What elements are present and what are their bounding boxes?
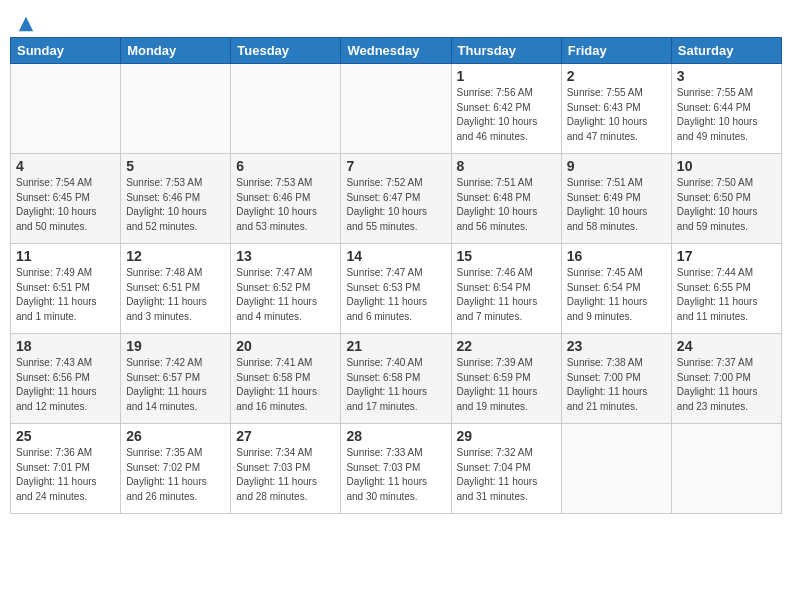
calendar-cell: 29Sunrise: 7:32 AM Sunset: 7:04 PM Dayli… <box>451 424 561 514</box>
calendar-cell: 11Sunrise: 7:49 AM Sunset: 6:51 PM Dayli… <box>11 244 121 334</box>
calendar-cell: 19Sunrise: 7:42 AM Sunset: 6:57 PM Dayli… <box>121 334 231 424</box>
calendar-cell: 6Sunrise: 7:53 AM Sunset: 6:46 PM Daylig… <box>231 154 341 244</box>
day-info: Sunrise: 7:35 AM Sunset: 7:02 PM Dayligh… <box>126 446 225 504</box>
day-number: 17 <box>677 248 776 264</box>
logo <box>15 15 35 27</box>
day-info: Sunrise: 7:55 AM Sunset: 6:44 PM Dayligh… <box>677 86 776 144</box>
calendar-cell: 14Sunrise: 7:47 AM Sunset: 6:53 PM Dayli… <box>341 244 451 334</box>
day-info: Sunrise: 7:50 AM Sunset: 6:50 PM Dayligh… <box>677 176 776 234</box>
logo-icon <box>17 15 35 33</box>
calendar-cell: 1Sunrise: 7:56 AM Sunset: 6:42 PM Daylig… <box>451 64 561 154</box>
day-info: Sunrise: 7:32 AM Sunset: 7:04 PM Dayligh… <box>457 446 556 504</box>
day-info: Sunrise: 7:37 AM Sunset: 7:00 PM Dayligh… <box>677 356 776 414</box>
day-number: 24 <box>677 338 776 354</box>
day-info: Sunrise: 7:47 AM Sunset: 6:52 PM Dayligh… <box>236 266 335 324</box>
day-number: 29 <box>457 428 556 444</box>
day-number: 5 <box>126 158 225 174</box>
day-number: 19 <box>126 338 225 354</box>
calendar-cell: 28Sunrise: 7:33 AM Sunset: 7:03 PM Dayli… <box>341 424 451 514</box>
calendar-cell: 3Sunrise: 7:55 AM Sunset: 6:44 PM Daylig… <box>671 64 781 154</box>
weekday-header-saturday: Saturday <box>671 38 781 64</box>
calendar-cell: 13Sunrise: 7:47 AM Sunset: 6:52 PM Dayli… <box>231 244 341 334</box>
day-info: Sunrise: 7:44 AM Sunset: 6:55 PM Dayligh… <box>677 266 776 324</box>
day-number: 6 <box>236 158 335 174</box>
calendar-cell: 26Sunrise: 7:35 AM Sunset: 7:02 PM Dayli… <box>121 424 231 514</box>
calendar-cell: 22Sunrise: 7:39 AM Sunset: 6:59 PM Dayli… <box>451 334 561 424</box>
calendar-cell: 17Sunrise: 7:44 AM Sunset: 6:55 PM Dayli… <box>671 244 781 334</box>
calendar-cell: 12Sunrise: 7:48 AM Sunset: 6:51 PM Dayli… <box>121 244 231 334</box>
day-number: 16 <box>567 248 666 264</box>
day-number: 15 <box>457 248 556 264</box>
calendar-cell: 2Sunrise: 7:55 AM Sunset: 6:43 PM Daylig… <box>561 64 671 154</box>
day-info: Sunrise: 7:39 AM Sunset: 6:59 PM Dayligh… <box>457 356 556 414</box>
weekday-header-wednesday: Wednesday <box>341 38 451 64</box>
calendar-cell: 9Sunrise: 7:51 AM Sunset: 6:49 PM Daylig… <box>561 154 671 244</box>
day-number: 9 <box>567 158 666 174</box>
weekday-header-sunday: Sunday <box>11 38 121 64</box>
calendar-header-row: SundayMondayTuesdayWednesdayThursdayFrid… <box>11 38 782 64</box>
day-info: Sunrise: 7:43 AM Sunset: 6:56 PM Dayligh… <box>16 356 115 414</box>
day-info: Sunrise: 7:38 AM Sunset: 7:00 PM Dayligh… <box>567 356 666 414</box>
calendar-cell <box>121 64 231 154</box>
day-number: 22 <box>457 338 556 354</box>
day-number: 28 <box>346 428 445 444</box>
day-info: Sunrise: 7:55 AM Sunset: 6:43 PM Dayligh… <box>567 86 666 144</box>
calendar-cell: 10Sunrise: 7:50 AM Sunset: 6:50 PM Dayli… <box>671 154 781 244</box>
calendar-week-row: 1Sunrise: 7:56 AM Sunset: 6:42 PM Daylig… <box>11 64 782 154</box>
calendar-cell: 20Sunrise: 7:41 AM Sunset: 6:58 PM Dayli… <box>231 334 341 424</box>
day-info: Sunrise: 7:47 AM Sunset: 6:53 PM Dayligh… <box>346 266 445 324</box>
day-number: 26 <box>126 428 225 444</box>
day-info: Sunrise: 7:51 AM Sunset: 6:48 PM Dayligh… <box>457 176 556 234</box>
calendar-body: 1Sunrise: 7:56 AM Sunset: 6:42 PM Daylig… <box>11 64 782 514</box>
day-number: 12 <box>126 248 225 264</box>
day-info: Sunrise: 7:40 AM Sunset: 6:58 PM Dayligh… <box>346 356 445 414</box>
day-info: Sunrise: 7:45 AM Sunset: 6:54 PM Dayligh… <box>567 266 666 324</box>
calendar-cell: 7Sunrise: 7:52 AM Sunset: 6:47 PM Daylig… <box>341 154 451 244</box>
weekday-header-thursday: Thursday <box>451 38 561 64</box>
day-info: Sunrise: 7:51 AM Sunset: 6:49 PM Dayligh… <box>567 176 666 234</box>
day-number: 27 <box>236 428 335 444</box>
calendar-cell: 4Sunrise: 7:54 AM Sunset: 6:45 PM Daylig… <box>11 154 121 244</box>
calendar-cell: 15Sunrise: 7:46 AM Sunset: 6:54 PM Dayli… <box>451 244 561 334</box>
calendar-cell: 18Sunrise: 7:43 AM Sunset: 6:56 PM Dayli… <box>11 334 121 424</box>
calendar-cell: 23Sunrise: 7:38 AM Sunset: 7:00 PM Dayli… <box>561 334 671 424</box>
day-number: 7 <box>346 158 445 174</box>
day-info: Sunrise: 7:56 AM Sunset: 6:42 PM Dayligh… <box>457 86 556 144</box>
day-info: Sunrise: 7:54 AM Sunset: 6:45 PM Dayligh… <box>16 176 115 234</box>
calendar-week-row: 25Sunrise: 7:36 AM Sunset: 7:01 PM Dayli… <box>11 424 782 514</box>
calendar-cell: 24Sunrise: 7:37 AM Sunset: 7:00 PM Dayli… <box>671 334 781 424</box>
calendar-cell: 5Sunrise: 7:53 AM Sunset: 6:46 PM Daylig… <box>121 154 231 244</box>
calendar-cell: 16Sunrise: 7:45 AM Sunset: 6:54 PM Dayli… <box>561 244 671 334</box>
day-info: Sunrise: 7:48 AM Sunset: 6:51 PM Dayligh… <box>126 266 225 324</box>
day-number: 8 <box>457 158 556 174</box>
calendar-cell: 25Sunrise: 7:36 AM Sunset: 7:01 PM Dayli… <box>11 424 121 514</box>
calendar-cell <box>231 64 341 154</box>
day-number: 25 <box>16 428 115 444</box>
day-number: 4 <box>16 158 115 174</box>
weekday-header-friday: Friday <box>561 38 671 64</box>
page-header <box>10 10 782 27</box>
day-number: 3 <box>677 68 776 84</box>
day-info: Sunrise: 7:42 AM Sunset: 6:57 PM Dayligh… <box>126 356 225 414</box>
calendar-cell <box>341 64 451 154</box>
weekday-header-tuesday: Tuesday <box>231 38 341 64</box>
calendar-table: SundayMondayTuesdayWednesdayThursdayFrid… <box>10 37 782 514</box>
day-number: 14 <box>346 248 445 264</box>
day-info: Sunrise: 7:49 AM Sunset: 6:51 PM Dayligh… <box>16 266 115 324</box>
calendar-week-row: 4Sunrise: 7:54 AM Sunset: 6:45 PM Daylig… <box>11 154 782 244</box>
day-number: 11 <box>16 248 115 264</box>
calendar-week-row: 18Sunrise: 7:43 AM Sunset: 6:56 PM Dayli… <box>11 334 782 424</box>
day-number: 2 <box>567 68 666 84</box>
day-number: 20 <box>236 338 335 354</box>
weekday-header-monday: Monday <box>121 38 231 64</box>
day-number: 1 <box>457 68 556 84</box>
day-info: Sunrise: 7:53 AM Sunset: 6:46 PM Dayligh… <box>236 176 335 234</box>
day-number: 10 <box>677 158 776 174</box>
day-info: Sunrise: 7:34 AM Sunset: 7:03 PM Dayligh… <box>236 446 335 504</box>
calendar-cell <box>561 424 671 514</box>
day-info: Sunrise: 7:46 AM Sunset: 6:54 PM Dayligh… <box>457 266 556 324</box>
calendar-cell: 8Sunrise: 7:51 AM Sunset: 6:48 PM Daylig… <box>451 154 561 244</box>
calendar-cell <box>11 64 121 154</box>
day-number: 18 <box>16 338 115 354</box>
day-number: 23 <box>567 338 666 354</box>
